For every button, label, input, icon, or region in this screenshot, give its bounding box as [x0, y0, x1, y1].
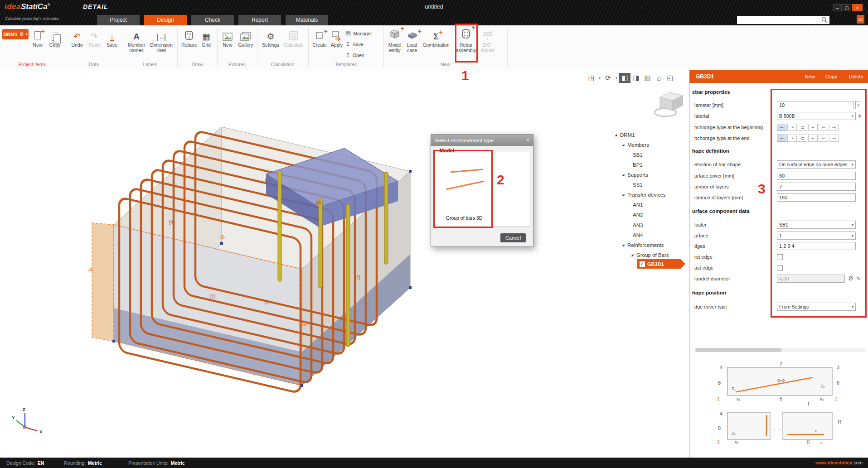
shape-diagram-bottom: 4 8 Z₁ X₁ 1 ‹ › c B c R	[717, 411, 841, 445]
svg-text:‹: ‹	[773, 427, 775, 432]
svg-text:8: 8	[718, 425, 721, 431]
load-case-icon	[407, 27, 417, 42]
maximize-button[interactable]: ▢	[843, 4, 851, 11]
tab-design[interactable]: Design	[144, 15, 187, 25]
template-save-button[interactable]: ↧ Save	[345, 41, 364, 48]
panel-new-button[interactable]: New	[805, 74, 815, 79]
redo-icon: ↷	[91, 27, 98, 42]
grid-button[interactable]: ▦ Grid	[197, 27, 215, 48]
close-icon: ×	[856, 5, 859, 10]
tree-item-ss1[interactable]: SS1	[613, 180, 691, 189]
close-button[interactable]: ×	[852, 4, 863, 11]
tree-item-transfer-devices[interactable]: ◢Transfer devices	[613, 190, 691, 199]
dimension-lines-button[interactable]: ↔ Dimension lines	[149, 27, 174, 53]
search-input[interactable]	[737, 16, 829, 24]
tree-item-an2[interactable]: AN2	[613, 210, 691, 219]
tree-item-reinforcements[interactable]: ◢Reinforcements	[613, 241, 691, 250]
rebar-shape-diagram: 4 7 3 8 6 1 5 2 Z₁ X₁ 0=9 Z₂ X₂ T 4 8 Z₁…	[707, 359, 866, 457]
section-shape-definition: hape definition	[692, 148, 729, 154]
combination-button[interactable]: Σ Combination	[422, 27, 450, 48]
svg-text:B: B	[807, 439, 810, 445]
home-view-icon[interactable]: ⌂	[653, 73, 664, 83]
website-link[interactable]: www.ideastatica.com	[815, 460, 863, 465]
close-icon[interactable]: ×	[526, 137, 529, 144]
rebars-button[interactable]: Rebars	[180, 27, 198, 48]
cancel-button[interactable]: Cancel	[500, 233, 526, 242]
dialog-titlebar[interactable]: Select reinforcement type ×	[431, 135, 533, 146]
tree-item-members[interactable]: ◢Members	[613, 140, 691, 150]
expander-icon[interactable]: ◢	[615, 133, 620, 137]
wireframe-view-icon[interactable]: ▥	[642, 73, 653, 83]
edge-label: -2-	[302, 321, 308, 327]
expander-icon[interactable]: ◢	[622, 243, 627, 247]
member-names-button[interactable]: A Member names	[124, 27, 149, 53]
load-case-button[interactable]: Load case	[403, 27, 421, 53]
settings-button[interactable]: ⚙ Settings	[260, 27, 281, 48]
panel-horizontal-scrollbar[interactable]	[695, 348, 866, 352]
svg-text:2: 2	[835, 396, 838, 401]
tab-report[interactable]: Report	[238, 15, 281, 25]
undo-icon: ↶	[73, 27, 81, 42]
shaded-view-icon[interactable]: ◨	[630, 73, 642, 83]
copy-project-item-button[interactable]: Copy	[46, 27, 64, 48]
info-button[interactable]: ▤	[857, 15, 864, 24]
rotate-tool-icon[interactable]: ⟳	[602, 73, 614, 83]
apply-template-button[interactable]: Apply	[328, 27, 346, 48]
tree-item-drm1[interactable]: ◢DRM1	[613, 130, 691, 140]
annotation-number-2: 2	[497, 172, 504, 188]
navigation-cube[interactable]	[652, 89, 688, 120]
tree-item-an1[interactable]: AN1	[613, 200, 691, 209]
panel-delete-button[interactable]: Delete	[849, 74, 863, 79]
scrollbar-thumb[interactable]	[695, 348, 781, 352]
tree-item-bp1[interactable]: BP1	[613, 160, 691, 169]
dialog-title: Select reinforcement type	[435, 138, 494, 143]
tree-item-supports[interactable]: ◢Supports	[613, 170, 691, 179]
sigma-plus-icon: Σ	[433, 27, 438, 42]
viewport-toolbar: ◳ ▾ ⟳ ▾ ◧ ◨ ▥ ⌂ ◰	[586, 73, 676, 83]
create-template-button[interactable]: Create	[310, 27, 329, 48]
ribbon-separator	[257, 28, 257, 67]
project-item-selector[interactable]: DRM1 ⚙ ▾	[2, 29, 29, 39]
expander-icon[interactable]: ◢	[622, 193, 627, 197]
tree-item-group-of-bars[interactable]: ◢Group of Bars	[613, 251, 691, 260]
template-manager-button[interactable]: ▤ Manager	[345, 30, 372, 37]
tree-item-sb1[interactable]: SB1	[613, 150, 691, 159]
tab-check[interactable]: Check	[191, 15, 234, 25]
gallery-button[interactable]: Gallery	[236, 27, 256, 48]
tree-item-an4[interactable]: AN4	[613, 231, 691, 240]
tree-item-gb3d1-selected[interactable]: ✓ GB3D1	[637, 259, 685, 269]
checkbox-checked-icon[interactable]: ✓	[640, 261, 645, 267]
minimize-button[interactable]: –	[833, 4, 842, 11]
search-icon[interactable]	[821, 17, 828, 23]
tab-project[interactable]: Project	[97, 15, 140, 25]
tree-item-an3[interactable]: AN3	[613, 221, 691, 230]
panel-copy-button[interactable]: Copy	[825, 74, 837, 79]
model-viewport[interactable]: [1] [2] [3] [4] [5] [6] -1- -2- -3- -4- …	[0, 70, 689, 458]
member-label: [6]	[265, 178, 270, 183]
properties-panel-header: GB3D1 New Copy Delete	[689, 70, 868, 83]
solid-view-icon[interactable]: ◧	[619, 73, 630, 83]
expander-icon[interactable]: ◢	[622, 143, 627, 147]
undo-button[interactable]: ↶ Undo	[68, 27, 86, 48]
group-label-new: New	[383, 62, 507, 67]
rebar-section-icon	[184, 27, 194, 42]
save-icon: ↓	[110, 27, 114, 42]
svg-text:T: T	[807, 401, 810, 406]
expander-icon[interactable]: ◢	[631, 253, 636, 257]
model-entity-button[interactable]: Model entity	[384, 27, 405, 53]
chevron-down-icon[interactable]: ▾	[614, 76, 619, 80]
new-project-item-button[interactable]: New	[29, 27, 47, 48]
zoom-fit-icon[interactable]: ◰	[664, 73, 676, 83]
group-label-data: Data	[65, 62, 123, 67]
section-tool-icon[interactable]: ◳	[586, 73, 597, 83]
svg-text:›: ›	[778, 427, 780, 432]
group-label-pictures: Pictures	[217, 62, 257, 67]
new-picture-button[interactable]: New	[218, 27, 237, 48]
chevron-down-icon[interactable]: ▾	[597, 76, 602, 80]
picture-icon	[223, 27, 233, 42]
section-shape-position: hape position	[692, 290, 726, 295]
expander-icon[interactable]: ◢	[622, 173, 627, 177]
template-open-button[interactable]: ↥ Open	[345, 52, 364, 58]
tab-materials[interactable]: Materials	[286, 15, 328, 25]
save-button[interactable]: ↓ Save	[103, 27, 121, 48]
